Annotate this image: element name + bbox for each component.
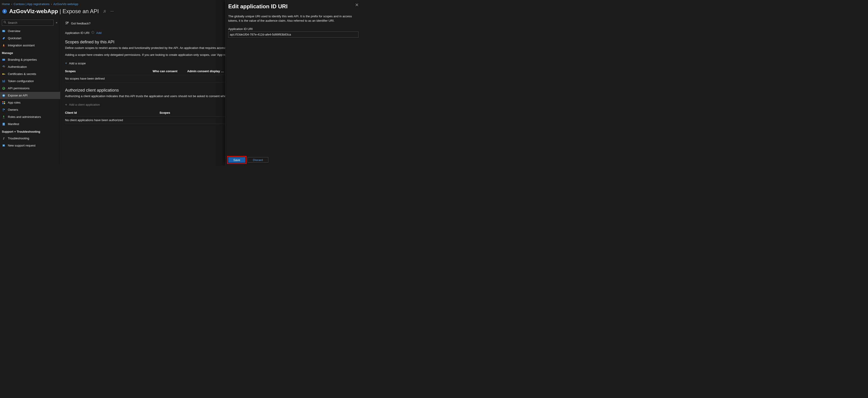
sidebar-item-authentication[interactable]: Authentication (0, 63, 60, 70)
svg-point-21 (3, 109, 4, 110)
svg-rect-3 (2, 30, 5, 32)
column-who-can-consent: Who can consent (153, 69, 187, 73)
sidebar-item-label: Authentication (8, 65, 27, 68)
breadcrumb-app-registrations[interactable]: Contoso | App registrations (13, 2, 50, 6)
svg-rect-17 (2, 101, 3, 103)
sidebar: « Overview Quickstart Integration assist… (0, 18, 60, 165)
sidebar-item-label: Certificates & secrets (8, 72, 36, 76)
app-id-uri-input[interactable] (228, 32, 359, 38)
api-permissions-icon (2, 87, 5, 90)
sidebar-item-overview[interactable]: Overview (0, 27, 60, 35)
panel-footer: Save Discard (228, 157, 268, 163)
sidebar-item-label: Token configuration (8, 79, 34, 83)
info-icon[interactable]: i (91, 31, 94, 35)
sidebar-item-label: App roles (8, 101, 21, 104)
manifest-icon (2, 122, 5, 126)
svg-rect-5 (3, 31, 5, 31)
app-id-uri-field-label: Application ID URI (228, 27, 359, 31)
edit-app-id-uri-panel: Edit application ID URI The globally uni… (225, 0, 361, 165)
svg-rect-18 (4, 101, 5, 103)
plus-icon: + (65, 103, 67, 107)
sidebar-item-label: Integration assistant (8, 44, 35, 47)
breadcrumb-home[interactable]: Home (2, 2, 10, 6)
branding-icon (2, 58, 5, 62)
sidebar-section-manage: Manage (0, 49, 60, 56)
support-icon (2, 144, 5, 147)
svg-rect-26 (3, 124, 4, 124)
empty-scopes-message: No scopes have been defined (65, 77, 153, 80)
sidebar-item-label: Overview (8, 29, 20, 33)
svg-rect-20 (4, 103, 5, 104)
svg-rect-12 (3, 80, 3, 82)
plus-icon: + (65, 61, 67, 65)
owners-icon (2, 108, 5, 112)
more-icon[interactable]: ⋯ (111, 9, 114, 13)
sidebar-item-branding[interactable]: Branding & properties (0, 56, 60, 63)
sidebar-item-label: Roles and administrators (8, 115, 41, 119)
add-scope-label: Add a scope (69, 62, 86, 65)
sidebar-search[interactable] (2, 20, 54, 26)
sidebar-item-new-support-request[interactable]: New support request (0, 142, 60, 149)
svg-point-23 (3, 116, 4, 117)
svg-point-0 (2, 9, 7, 13)
sidebar-item-owners[interactable]: Owners (0, 106, 60, 113)
sidebar-item-label: API permissions (8, 87, 30, 90)
sidebar-item-troubleshooting[interactable]: Troubleshooting (0, 135, 60, 142)
breadcrumb-current[interactable]: AzGovViz-webApp (53, 2, 78, 6)
panel-title: Edit application ID URI (228, 3, 287, 10)
svg-line-2 (5, 23, 6, 23)
svg-rect-13 (3, 81, 4, 82)
sidebar-section-support: Support + Troubleshooting (0, 127, 60, 135)
svg-point-15 (3, 87, 5, 89)
sidebar-item-label: New support request (8, 144, 35, 147)
add-scope-button[interactable]: + Add a scope (65, 60, 86, 67)
sidebar-item-label: Manifest (8, 122, 19, 126)
sidebar-item-certificates[interactable]: Certificates & secrets (0, 70, 60, 78)
svg-rect-14 (4, 80, 5, 82)
svg-text:i: i (93, 31, 93, 33)
sidebar-item-label: Quickstart (8, 36, 22, 40)
collapse-sidebar-button[interactable]: « (55, 20, 58, 25)
svg-point-1 (4, 21, 5, 23)
close-icon[interactable] (355, 3, 359, 7)
sidebar-item-label: Expose an API (8, 94, 27, 97)
sidebar-item-label: Owners (8, 108, 18, 111)
empty-clients-message: No client applications have been authori… (65, 118, 159, 122)
add-client-application-button[interactable]: + Add a client application (65, 101, 100, 109)
page-title: AzGovViz-webApp | Expose an API (9, 8, 99, 15)
quickstart-icon (2, 36, 5, 40)
pin-icon[interactable] (103, 9, 106, 13)
application-id-uri-label: Application ID URI (65, 31, 89, 35)
svg-rect-4 (3, 30, 3, 31)
column-client-id: Client Id (65, 111, 159, 114)
panel-description: The globally unique URI used to identify… (228, 14, 359, 23)
search-icon (3, 21, 6, 25)
sidebar-item-expose-api[interactable]: Expose an API (0, 92, 60, 99)
search-input[interactable] (8, 21, 52, 25)
svg-rect-19 (2, 103, 3, 104)
roles-admins-icon (2, 115, 5, 119)
sidebar-item-integration-assistant[interactable]: Integration assistant (0, 42, 60, 49)
sidebar-item-manifest[interactable]: Manifest (0, 120, 60, 127)
svg-rect-8 (2, 59, 5, 59)
app-registration-icon (2, 8, 7, 14)
save-button[interactable]: Save (228, 157, 245, 163)
discard-button[interactable]: Discard (248, 157, 268, 163)
rocket-icon (2, 44, 5, 47)
sidebar-item-quickstart[interactable]: Quickstart (0, 35, 60, 42)
sidebar-item-api-permissions[interactable]: API permissions (0, 85, 60, 92)
svg-rect-11 (5, 74, 5, 75)
column-scopes: Scopes (65, 69, 153, 73)
sidebar-item-app-roles[interactable]: App roles (0, 99, 60, 106)
sidebar-item-token-configuration[interactable]: Token configuration (0, 78, 60, 85)
feedback-label: Got feedback? (71, 22, 91, 25)
add-app-id-uri-link[interactable]: Add (96, 31, 101, 35)
svg-rect-25 (3, 123, 4, 124)
svg-point-22 (4, 109, 5, 110)
overview-icon (2, 29, 5, 33)
sidebar-item-roles-admins[interactable]: Roles and administrators (0, 113, 60, 120)
wrench-icon (2, 137, 5, 140)
expose-api-icon (2, 94, 5, 97)
authentication-icon (2, 65, 5, 69)
key-icon (2, 72, 5, 76)
